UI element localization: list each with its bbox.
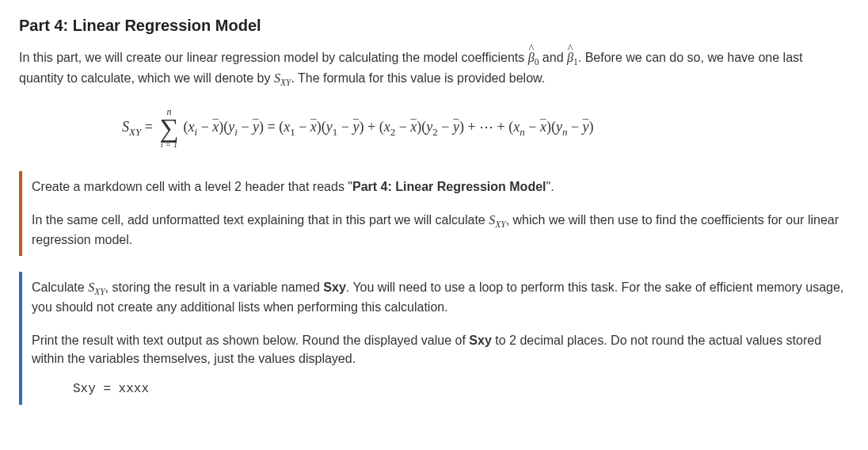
formula-display: SXY = n∑i = 1(xi − x)(yi − y) = (x1 − x)… [19, 99, 849, 164]
sigma-lower: i = 1 [159, 140, 178, 149]
blue-p1c: Sxy [323, 280, 345, 294]
orange-instruction-block: Create a markdown cell with a level 2 he… [19, 171, 849, 255]
close8: ) [589, 119, 594, 135]
orange-sxy: S [489, 213, 495, 227]
formula-lhs-sub: XY [129, 125, 141, 137]
yn: y [556, 119, 562, 135]
beta1-symbol: β [567, 48, 573, 67]
orange-p1a: Create a markdown cell with a level 2 he… [32, 180, 352, 193]
blue-p1b: , storing the result in a variable named [105, 280, 324, 294]
xbar3: x [410, 116, 417, 137]
intro-text-1: In this part, we will create our linear … [19, 51, 528, 64]
sxy-symbol: S [274, 71, 280, 85]
ybar1: y [253, 116, 259, 137]
minus6: − [438, 119, 453, 135]
intro-paragraph: In this part, we will create our linear … [19, 48, 849, 90]
minus3: − [295, 119, 310, 135]
intro-text-3: . The formula for this value is provided… [291, 71, 545, 85]
formula-eq2: = [264, 119, 279, 135]
beta0-symbol: β [528, 48, 535, 67]
orange-p2: In the same cell, add unformatted text e… [32, 211, 849, 250]
minus1: − [197, 119, 212, 135]
blue-sxy-sub: XY [94, 287, 105, 296]
minus8: − [567, 119, 582, 135]
dots: + ⋯ + [464, 119, 508, 135]
ybar2: y [353, 116, 360, 137]
code-output-example: Sxy = xxxx [32, 372, 849, 403]
orange-p1b: Part 4: Linear Regression Model [352, 180, 546, 193]
sxy-subscript: XY [280, 78, 291, 87]
page-title: Part 4: Linear Regression Model [19, 14, 849, 37]
ybar4: y [583, 116, 589, 137]
minus2: − [238, 119, 253, 135]
xbar4: x [540, 116, 546, 137]
blue-p2b: Sxy [469, 334, 491, 347]
formula-eq1: = [141, 119, 156, 135]
blue-p1a: Calculate [32, 280, 88, 294]
y1: y [326, 119, 333, 135]
orange-p2a: In the same cell, add unformatted text e… [32, 213, 489, 227]
intro-and: and [539, 51, 567, 64]
orange-p1c: ". [546, 180, 554, 193]
blue-instruction-block: Calculate SXY, storing the result in a v… [19, 272, 849, 406]
orange-sxy-sub: XY [495, 219, 505, 229]
blue-p2: Print the result with text output as sho… [32, 331, 849, 368]
orange-p1: Create a markdown cell with a level 2 he… [32, 177, 849, 196]
plus1: + [364, 119, 379, 135]
sigma-icon: n∑i = 1 [159, 107, 178, 150]
xbar2: x [310, 116, 317, 137]
minus5: − [395, 119, 410, 135]
xi: x [188, 119, 195, 135]
formula-lhs: S [122, 119, 129, 135]
blue-p1: Calculate SXY, storing the result in a v… [32, 278, 849, 317]
xbar1: x [212, 116, 219, 137]
minus7: − [525, 119, 540, 135]
blue-p2a: Print the result with text output as sho… [32, 334, 469, 347]
x2: x [384, 119, 390, 135]
ybar3: y [453, 116, 459, 137]
blue-sxy: S [88, 280, 94, 294]
sigma-symbol: ∑ [159, 116, 178, 141]
minus4: − [337, 119, 352, 135]
